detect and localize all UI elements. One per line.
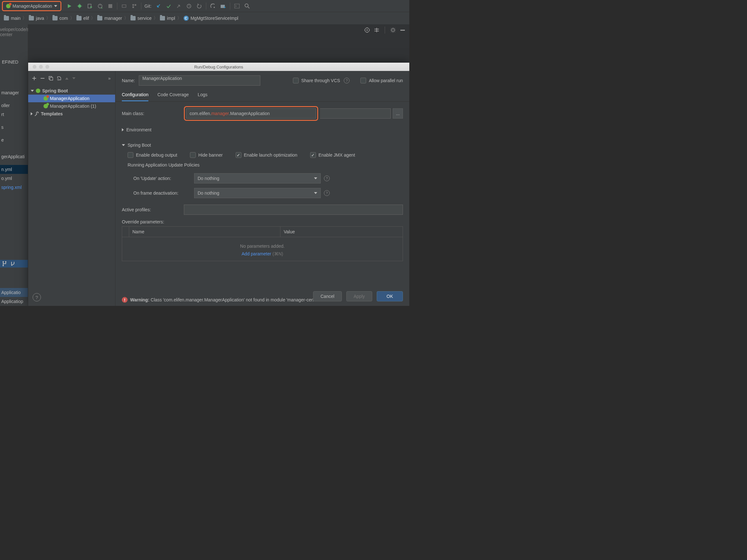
move-up-icon[interactable] [65,77,69,80]
add-icon[interactable] [32,76,36,81]
templates-node[interactable]: Templates [28,110,115,117]
zoom-window-icon[interactable] [45,65,49,69]
project-tree-item[interactable]: s [0,123,28,132]
cancel-button[interactable]: Cancel [313,291,342,301]
project-tree-item[interactable]: o.yml [0,174,28,183]
config-tree-item[interactable]: ManagerApplication (1) [28,102,115,110]
share-vcs-checkbox[interactable]: Share through VCS [293,78,340,83]
project-tree-item[interactable]: manager [0,88,28,97]
project-structure-button[interactable] [218,1,228,11]
svg-point-23 [3,265,4,266]
minimize-window-icon[interactable] [39,65,43,69]
copy-icon[interactable] [49,76,53,81]
rollback-button[interactable] [195,1,204,11]
update-project-button[interactable] [154,1,163,11]
on-frame-label: On frame deactivation: [133,190,191,196]
save-template-icon[interactable] [57,76,61,81]
project-tree-item[interactable]: spring.xml [0,183,28,192]
breadcrumb-item[interactable]: elif [75,16,91,21]
project-tree-item[interactable]: n.yml [0,165,28,174]
spring-boot-node[interactable]: Spring Boot [28,87,115,95]
jmx-checkbox[interactable]: Enable JMX agent [310,152,355,158]
target-icon[interactable] [364,27,370,33]
breadcrumb-item[interactable]: service [129,16,154,21]
main-toolbar: ManagerApplication Git: [0,0,409,12]
run-button[interactable] [65,1,74,11]
breadcrumb-item[interactable]: CMgMgtStoreServiceImpl [182,16,240,21]
push-button[interactable] [174,1,184,11]
tab-configuration[interactable]: Configuration [122,89,148,101]
run-dashboard-item[interactable]: Applicatiop [0,297,28,306]
project-tree-item[interactable] [0,132,28,135]
profile-button[interactable] [95,1,105,11]
svg-point-15 [214,7,215,8]
services-button[interactable] [130,1,139,11]
project-tree-item[interactable] [0,148,28,152]
move-down-icon[interactable] [72,77,75,79]
chevron-down-icon [314,192,317,194]
on-frame-select[interactable]: Do nothing [194,188,321,198]
commit-button[interactable] [164,1,173,11]
tab-logs[interactable]: Logs [198,89,207,101]
browse-main-class-button[interactable]: ... [393,108,403,118]
project-tree-item[interactable]: e [0,135,28,144]
breadcrumb-item[interactable]: manager [95,16,124,21]
config-tree-item[interactable]: ManagerApplication [28,95,115,102]
tab-code-coverage[interactable]: Code Coverage [157,89,189,101]
stop-button[interactable] [105,1,115,11]
launch-opt-checkbox[interactable]: Enable launch optimization [236,152,298,158]
enable-debug-checkbox[interactable]: Enable debug output [128,152,177,158]
coverage-button[interactable] [85,1,95,11]
apply-button[interactable]: Apply [346,291,372,301]
search-everywhere-button[interactable] [242,1,252,11]
help-icon[interactable]: ? [324,176,330,181]
allow-parallel-checkbox[interactable]: Allow parallel run [360,78,403,83]
breadcrumb-item[interactable]: java [27,16,46,21]
svg-line-40 [391,31,392,32]
on-update-select[interactable]: Do nothing [194,173,321,184]
remove-icon[interactable] [40,76,45,81]
more-icon[interactable]: » [108,76,111,81]
run-anything-button[interactable] [232,1,242,11]
class-icon: C [184,16,189,21]
dialog-title-bar[interactable]: Run/Debug Configurations [28,63,409,71]
project-tree-item[interactable]: oller [0,101,28,110]
breadcrumb-item[interactable]: main [2,16,22,21]
breadcrumb-item[interactable]: impl [158,16,177,21]
wrench-icon [34,111,39,116]
hide-banner-checkbox[interactable]: Hide banner [190,152,223,158]
run-config-selector[interactable]: ManagerApplication [2,1,61,11]
help-icon[interactable]: ? [324,190,330,196]
project-section-label: EFINED [0,50,28,66]
active-profiles-input[interactable] [184,205,403,215]
expand-icon[interactable] [374,27,380,33]
settings-button[interactable] [208,1,218,11]
help-icon[interactable]: ? [344,78,350,83]
environment-section[interactable]: Environment [122,125,403,135]
gear-icon[interactable] [390,27,396,33]
project-tree-item[interactable]: rt [0,110,28,119]
main-class-input[interactable]: com.elifen.manager.ManagerApplication [186,108,316,118]
breadcrumb-item[interactable]: com [51,16,70,21]
debug-button[interactable] [75,1,84,11]
toolbar-separator [206,3,206,9]
history-button[interactable] [184,1,194,11]
run-dashboard-item[interactable]: Applicatio [0,288,28,297]
project-tree-item[interactable] [0,161,28,165]
attach-button[interactable] [119,1,129,11]
project-tree-item[interactable] [0,144,28,148]
project-tree-item[interactable]: gerApplicati [0,152,28,161]
project-path: veloper/code/sshy/manager-center [0,24,28,37]
branch-icon[interactable] [2,261,7,266]
project-tree-item[interactable] [0,119,28,123]
close-icon[interactable] [33,65,36,69]
help-icon[interactable]: ? [33,293,41,301]
minimize-icon[interactable] [400,28,406,32]
add-parameter-link[interactable]: Add parameter [242,251,272,256]
ok-button[interactable]: OK [377,291,403,301]
svg-rect-12 [135,4,136,6]
name-input[interactable]: ManagerApplication [139,75,260,86]
merge-icon[interactable] [10,261,15,266]
project-tree-item[interactable] [0,97,28,101]
spring-boot-section[interactable]: Spring Boot [122,141,403,151]
